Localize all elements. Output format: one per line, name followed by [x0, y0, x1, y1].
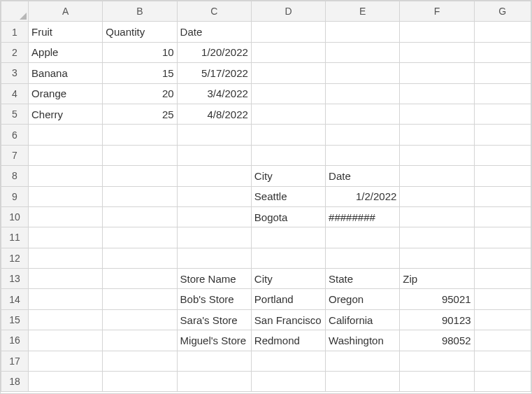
cell-D6[interactable]	[251, 125, 325, 145]
cell-D13[interactable]: City	[251, 269, 325, 289]
cell-A15[interactable]	[29, 309, 103, 330]
cell-F2[interactable]	[400, 42, 474, 62]
cell-G17[interactable]	[474, 351, 531, 371]
cell-B15[interactable]	[103, 309, 177, 330]
cell-G5[interactable]	[474, 104, 531, 124]
cell-A4[interactable]: Orange	[29, 83, 103, 104]
cell-G1[interactable]	[474, 22, 531, 42]
cell-C18[interactable]	[177, 372, 251, 392]
cell-D14[interactable]: Portland	[251, 289, 325, 309]
cell-G9[interactable]	[474, 186, 531, 206]
cell-F13[interactable]: Zip	[400, 269, 474, 289]
cell-E6[interactable]	[326, 125, 400, 145]
row-header-14[interactable]: 14	[1, 289, 29, 309]
cell-C4[interactable]: 3/4/2022	[177, 83, 251, 104]
cell-C1[interactable]: Date	[177, 22, 251, 42]
cell-C3[interactable]: 5/17/2022	[177, 63, 251, 83]
cell-D12[interactable]	[251, 248, 325, 268]
cell-B13[interactable]	[103, 269, 177, 289]
cell-A9[interactable]	[29, 186, 103, 206]
row-header-4[interactable]: 4	[1, 83, 29, 104]
cell-E8[interactable]: Date	[326, 166, 400, 186]
cell-F10[interactable]	[400, 206, 474, 227]
cell-E11[interactable]	[326, 227, 400, 248]
cell-B16[interactable]	[103, 330, 177, 351]
cell-A12[interactable]	[29, 248, 103, 268]
cell-B7[interactable]	[103, 145, 177, 165]
cell-G8[interactable]	[474, 166, 531, 186]
cell-B9[interactable]	[103, 186, 177, 206]
cell-F15[interactable]: 90123	[400, 309, 474, 330]
cell-F9[interactable]	[400, 186, 474, 206]
cell-E4[interactable]	[326, 83, 400, 104]
col-header-D[interactable]: D	[251, 1, 325, 22]
cell-D18[interactable]	[251, 372, 325, 392]
cell-D3[interactable]	[251, 63, 325, 83]
cell-G10[interactable]	[474, 206, 531, 227]
cell-G2[interactable]	[474, 42, 531, 62]
cell-C8[interactable]	[177, 166, 251, 186]
cell-G3[interactable]	[474, 63, 531, 83]
row-header-18[interactable]: 18	[1, 372, 29, 392]
cell-C2[interactable]: 1/20/2022	[177, 42, 251, 62]
cell-F11[interactable]	[400, 227, 474, 248]
col-header-C[interactable]: C	[177, 1, 251, 22]
cell-B10[interactable]	[103, 206, 177, 227]
cell-A8[interactable]	[29, 166, 103, 186]
cell-B4[interactable]: 20	[103, 83, 177, 104]
cell-E13[interactable]: State	[326, 269, 400, 289]
cell-A7[interactable]	[29, 145, 103, 165]
cell-E18[interactable]	[326, 372, 400, 392]
cell-A10[interactable]	[29, 206, 103, 227]
cell-D8[interactable]: City	[251, 166, 325, 186]
cell-D5[interactable]	[251, 104, 325, 124]
cell-D2[interactable]	[251, 42, 325, 62]
cell-E14[interactable]: Oregon	[326, 289, 400, 309]
cell-D1[interactable]	[251, 22, 325, 42]
cell-A14[interactable]	[29, 289, 103, 309]
cell-G14[interactable]	[474, 289, 531, 309]
row-header-5[interactable]: 5	[1, 104, 29, 124]
cell-B3[interactable]: 15	[103, 63, 177, 83]
cell-E12[interactable]	[326, 248, 400, 268]
cell-B8[interactable]	[103, 166, 177, 186]
spreadsheet-grid[interactable]: A B C D E F G 1 Fruit Quantity Date 2 Ap…	[0, 0, 532, 394]
cell-C6[interactable]	[177, 125, 251, 145]
cell-F16[interactable]: 98052	[400, 330, 474, 351]
cell-B18[interactable]	[103, 372, 177, 392]
col-header-B[interactable]: B	[103, 1, 177, 22]
cell-B5[interactable]: 25	[103, 104, 177, 124]
cell-A5[interactable]: Cherry	[29, 104, 103, 124]
cell-E16[interactable]: Washington	[326, 330, 400, 351]
cell-A11[interactable]	[29, 227, 103, 248]
cell-A16[interactable]	[29, 330, 103, 351]
row-header-12[interactable]: 12	[1, 248, 29, 268]
cell-G18[interactable]	[474, 372, 531, 392]
cell-F8[interactable]	[400, 166, 474, 186]
cell-D11[interactable]	[251, 227, 325, 248]
cell-C10[interactable]	[177, 206, 251, 227]
row-header-17[interactable]: 17	[1, 351, 29, 371]
cell-G13[interactable]	[474, 269, 531, 289]
cell-E7[interactable]	[326, 145, 400, 165]
cell-A1[interactable]: Fruit	[29, 22, 103, 42]
select-all-corner[interactable]	[1, 1, 29, 22]
cell-C13[interactable]: Store Name	[177, 269, 251, 289]
cell-G4[interactable]	[474, 83, 531, 104]
row-header-3[interactable]: 3	[1, 63, 29, 83]
row-header-16[interactable]: 16	[1, 330, 29, 351]
cell-C12[interactable]	[177, 248, 251, 268]
cell-F12[interactable]	[400, 248, 474, 268]
cell-F4[interactable]	[400, 83, 474, 104]
cell-A17[interactable]	[29, 351, 103, 371]
cell-C16[interactable]: Miguel's Store	[177, 330, 251, 351]
cell-G7[interactable]	[474, 145, 531, 165]
cell-B12[interactable]	[103, 248, 177, 268]
row-header-13[interactable]: 13	[1, 269, 29, 289]
row-header-6[interactable]: 6	[1, 125, 29, 145]
cell-C14[interactable]: Bob's Store	[177, 289, 251, 309]
cell-C15[interactable]: Sara's Store	[177, 309, 251, 330]
cell-B2[interactable]: 10	[103, 42, 177, 62]
cell-D16[interactable]: Redmond	[251, 330, 325, 351]
cell-B14[interactable]	[103, 289, 177, 309]
